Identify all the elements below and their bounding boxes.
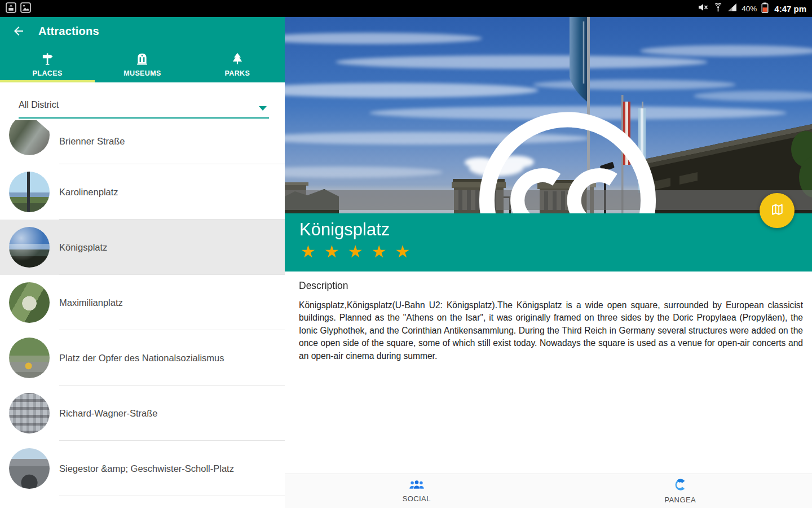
map-fab-button[interactable] (760, 193, 795, 228)
attraction-name: Richard-Wagner-Straße (59, 408, 158, 419)
back-button[interactable] (11, 24, 26, 38)
list-item-karolinenplatz[interactable]: Karolinenplatz (0, 164, 285, 220)
list-item-siegestor[interactable]: Siegestor &amp; Geschwister-Scholl-Platz (0, 441, 285, 496)
list-item-maximilianplatz[interactable]: Maximilianplatz (0, 275, 285, 330)
page-title: Attractions (38, 25, 99, 38)
sidebar-header: Attractions PLACES MUSEUMS PARKS (0, 17, 285, 82)
district-filter-value: All District (19, 100, 59, 110)
attraction-name: Platz der Opfer des Nationalsozialismus (59, 353, 224, 364)
attractions-list[interactable]: Brienner Straße Karolinenplatz Königspla… (0, 120, 285, 508)
attraction-thumbnail (9, 120, 50, 155)
attraction-photo[interactable]: flickr By digital cat i£¿ (285, 17, 812, 213)
signal-icon (727, 3, 737, 14)
attraction-thumbnail (9, 282, 50, 323)
pangea-label: PANGEA (664, 496, 696, 504)
list-item-koenigsplatz[interactable]: Königsplatz (0, 220, 285, 275)
chevron-down-icon (259, 106, 267, 111)
attraction-name: Siegestor &amp; Geschwister-Scholl-Platz (59, 463, 234, 474)
attraction-thumbnail (9, 227, 50, 268)
attraction-thumbnail (9, 338, 50, 378)
attraction-thumbnail (9, 448, 50, 489)
screenshot-icon (6, 2, 16, 15)
bottom-nav-bar: SOCIAL PANGEA (285, 474, 812, 508)
social-button[interactable]: SOCIAL (285, 474, 549, 508)
social-people-icon (409, 480, 425, 493)
attraction-name: Karolinenplatz (59, 187, 118, 198)
battery-percent: 40% (742, 5, 757, 13)
tab-label: PLACES (33, 69, 63, 77)
tab-museums[interactable]: MUSEUMS (95, 46, 189, 82)
tab-places[interactable]: PLACES (0, 46, 95, 82)
filter-underline (19, 117, 269, 119)
social-label: SOCIAL (403, 494, 431, 503)
cc-icon (304, 102, 812, 214)
title-bar: Attractions (0, 17, 285, 38)
tab-label: PARKS (224, 69, 250, 77)
attraction-name: Königsplatz (59, 242, 107, 253)
attraction-thumbnail (9, 172, 50, 212)
tree-icon (230, 51, 245, 68)
status-bar-indicators: 40% 4:47 pm (698, 2, 806, 15)
status-bar-notifications (6, 2, 31, 15)
list-divider (59, 496, 285, 496)
volume-muted-icon (698, 3, 709, 14)
pangea-wave-icon (673, 478, 687, 494)
attraction-thumbnail (9, 393, 50, 433)
hotspot-icon (713, 3, 723, 15)
list-item-platz-der-opfer[interactable]: Platz der Opfer des Nationalsozialismus (0, 330, 285, 386)
detail-header: Königsplatz ★★★★★ (285, 213, 812, 271)
rating-stars: ★★★★★ (301, 242, 418, 261)
tab-parks[interactable]: PARKS (190, 46, 285, 82)
description-heading: Description (299, 280, 348, 292)
attraction-title: Königsplatz (299, 220, 390, 240)
map-icon (769, 202, 785, 220)
status-bar: 40% 4:47 pm (0, 0, 812, 17)
clock: 4:47 pm (774, 4, 806, 14)
description-text: Königsplatz,Königsplatz(U-Bahn U2: König… (299, 299, 803, 362)
attraction-name: Maximilianplatz (59, 297, 123, 308)
list-item-richard-wagner-strasse[interactable]: Richard-Wagner-Straße (0, 386, 285, 441)
attractions-sidebar: Attractions PLACES MUSEUMS PARKS (0, 17, 285, 508)
pangea-button[interactable]: PANGEA (549, 474, 812, 508)
district-filter-dropdown[interactable]: All District (0, 82, 285, 120)
museum-icon (135, 51, 149, 68)
battery-icon (761, 2, 769, 15)
signpost-icon (40, 51, 55, 68)
attraction-name: Brienner Straße (59, 136, 125, 147)
list-item-brienner-strasse[interactable]: Brienner Straße (0, 120, 285, 164)
tab-bar: PLACES MUSEUMS PARKS (0, 46, 285, 82)
tab-label: MUSEUMS (123, 69, 161, 77)
photo-attribution-bar: flickr By digital cat i£¿ (285, 190, 812, 210)
gallery-icon (20, 2, 31, 15)
